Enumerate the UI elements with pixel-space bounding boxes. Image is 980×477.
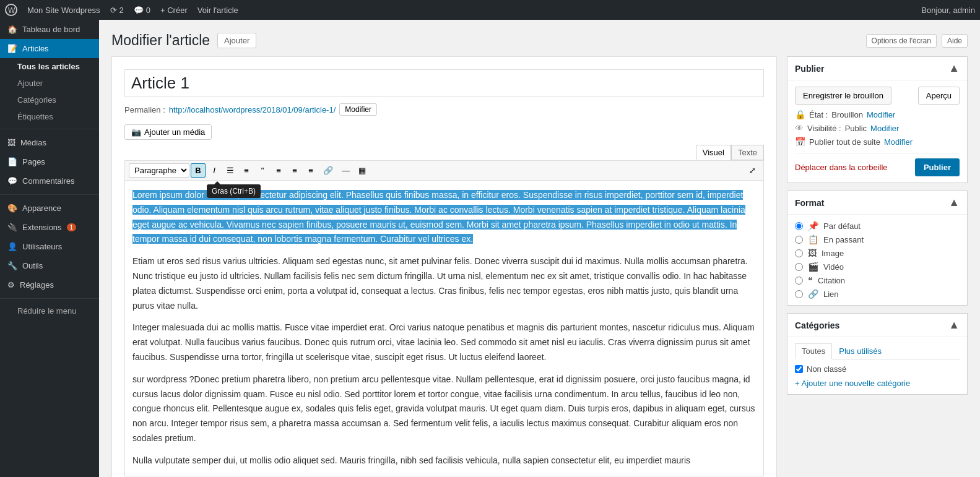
sidebar-item-extensions[interactable]: 🔌 Extensions 1 — [0, 218, 99, 237]
sidebar-item-commentaires[interactable]: 💬 Commentaires — [0, 171, 99, 191]
article-title-input[interactable] — [124, 69, 764, 97]
blockquote-button[interactable]: " — [255, 163, 270, 178]
selected-text: Lorem ipsum dolor sit amet, consectetur … — [132, 190, 745, 244]
outils-icon: 🔧 — [7, 261, 17, 270]
link-button[interactable]: 🔗 — [319, 163, 337, 178]
format-radio-image[interactable] — [795, 249, 803, 257]
format-radio-passant[interactable] — [795, 236, 803, 244]
align-center-button[interactable]: ≡ — [287, 163, 302, 178]
category-non-classe: Non classé — [795, 364, 960, 374]
visibilite-label: Visibilité : — [807, 124, 841, 133]
apparence-icon: 🎨 — [7, 204, 17, 213]
format-collapse[interactable]: ▲ — [948, 196, 960, 209]
bold-button[interactable]: B — [191, 163, 206, 178]
categories-title: Catégories — [795, 320, 839, 330]
page-title: Modifier l'article — [111, 32, 210, 49]
publier-metabox: Publier ▲ Enregistrer le brouillon Aperç… — [787, 56, 968, 183]
screen-options-button[interactable]: Options de l'écran — [866, 34, 937, 48]
paragraph-3: Integer malesuada dui ac mollis mattis. … — [132, 320, 756, 364]
permalink-link[interactable]: http://localhost/wordpress/2018/01/09/ar… — [169, 105, 336, 114]
adminbar-logo[interactable]: W — [5, 4, 17, 16]
align-right-button[interactable]: ≡ — [303, 163, 318, 178]
fullscreen-button[interactable]: ⤢ — [745, 163, 760, 178]
unordered-list-button[interactable]: ☰ — [223, 163, 238, 178]
sidebar-sub-etiquettes[interactable]: Étiquettes — [0, 108, 99, 125]
publier-collapse[interactable]: ▲ — [948, 62, 960, 75]
permalink-label: Permalien : — [124, 105, 165, 114]
sidebar-item-medias[interactable]: 🖼 Médias — [0, 133, 99, 152]
aide-button[interactable]: Aide — [942, 34, 968, 48]
format-icon-citation: ❝ — [808, 275, 813, 285]
tab-visuel[interactable]: Visuel — [696, 145, 731, 160]
editor-toolbar: Paragraphe B I ☰ ≡ " ≡ ≡ ≡ 🔗 — ▦ ⤢ — [124, 160, 764, 181]
sidebar-item-outils[interactable]: 🔧 Outils — [0, 256, 99, 275]
sidebar-item-dashboard[interactable]: 🏠 Tableau de bord — [0, 20, 99, 39]
utilisateurs-icon: 👤 — [7, 242, 17, 251]
more-button[interactable]: — — [338, 163, 353, 178]
format-icon-video: 🎬 — [808, 262, 818, 272]
sidebar-reduire[interactable]: Réduire le menu — [0, 303, 99, 319]
etat-value: Brouillon — [831, 110, 863, 119]
publier-button[interactable]: Publier — [915, 158, 960, 176]
categories-collapse[interactable]: ▲ — [948, 319, 960, 332]
categories-metabox: Catégories ▲ Toutes Plus utilisés Non cl… — [787, 313, 968, 395]
format-title: Format — [795, 198, 824, 208]
reglages-icon: ⚙ — [7, 280, 15, 290]
sidebar-sub-tous-articles[interactable]: Tous les articles — [0, 58, 99, 75]
tab-texte[interactable]: Texte — [731, 145, 764, 160]
format-radio-citation[interactable] — [795, 277, 803, 285]
extensions-icon: 🔌 — [7, 223, 17, 232]
sidebar-item-utilisateurs[interactable]: 👤 Utilisateurs — [0, 237, 99, 256]
permalink-modifier-button[interactable]: Modifier — [339, 103, 377, 116]
adminbar-greeting: Bonjour, admin — [921, 6, 975, 15]
adminbar-site-name[interactable]: Mon Site Wordpress — [27, 6, 100, 15]
format-radio-video[interactable] — [795, 263, 803, 271]
format-radio-defaut[interactable] — [795, 222, 803, 230]
svg-text:W: W — [8, 6, 15, 15]
adminbar-view-article[interactable]: Voir l'article — [197, 6, 238, 15]
italic-button[interactable]: I — [207, 163, 222, 178]
ordered-list-button[interactable]: ≡ — [239, 163, 254, 178]
sidebar-item-pages[interactable]: 📄 Pages — [0, 152, 99, 171]
apercu-button[interactable]: Aperçu — [918, 87, 960, 105]
publier-date-modifier-link[interactable]: Modifier — [884, 137, 913, 147]
format-list: 📌 Par défaut 📋 En passant 🖼 — [795, 221, 960, 299]
corbeille-link[interactable]: Déplacer dans la corbeille — [795, 163, 888, 172]
add-category-link[interactable]: + Ajouter une nouvelle catégorie — [795, 379, 910, 388]
medias-icon: 🖼 — [7, 138, 15, 147]
add-article-button[interactable]: Ajouter — [217, 33, 256, 48]
etat-label: État : — [809, 110, 828, 119]
category-checkbox-non-classe[interactable] — [795, 365, 803, 373]
enregistrer-button[interactable]: Enregistrer le brouillon — [795, 87, 891, 105]
sidebar-sub-categories[interactable]: Catégories — [0, 92, 99, 108]
sidebar-item-articles[interactable]: 📝 Articles — [0, 39, 99, 58]
cat-tab-toutes[interactable]: Toutes — [795, 343, 832, 359]
editor-body[interactable]: Lorem ipsum dolor sit amet, consectetur … — [124, 181, 764, 476]
etat-modifier-link[interactable]: Modifier — [867, 110, 895, 119]
format-icon-image: 🖼 — [808, 248, 817, 258]
visibilite-value: Public — [845, 124, 867, 133]
paragraph-5: Nulla vulputate semper dui, ut mollis od… — [132, 453, 756, 468]
format-item-image: 🖼 Image — [795, 248, 960, 258]
sidebar-item-apparence[interactable]: 🎨 Apparence — [0, 199, 99, 218]
paragraph-2: Etiam ut eros sed risus varius ultricies… — [132, 254, 756, 313]
add-media-button[interactable]: 📷 Ajouter un média — [124, 124, 212, 140]
format-metabox: Format ▲ 📌 Par défaut 📋 — [787, 191, 968, 306]
sidebar-item-reglages[interactable]: ⚙ Réglages — [0, 275, 99, 294]
date-icon: 📅 — [795, 137, 805, 147]
pages-icon: 📄 — [7, 157, 17, 166]
visibilite-modifier-link[interactable]: Modifier — [870, 124, 899, 133]
table-button[interactable]: ▦ — [355, 163, 370, 178]
dashboard-icon: 🏠 — [7, 25, 17, 34]
cat-tab-plus-utilises[interactable]: Plus utilisés — [832, 343, 888, 359]
adminbar-updates[interactable]: ⟳ 2 — [110, 6, 124, 15]
sidebar-sub-ajouter[interactable]: Ajouter — [0, 75, 99, 92]
paragraph-select[interactable]: Paragraphe — [129, 163, 189, 178]
adminbar-comments[interactable]: 💬 0 — [134, 6, 150, 15]
etat-icon: 🔒 — [795, 110, 805, 119]
visibilite-icon: 👁 — [795, 123, 804, 133]
align-left-button[interactable]: ≡ — [271, 163, 286, 178]
adminbar-create[interactable]: + Créer — [160, 6, 188, 15]
paragraph-4: sur wordpress ?Donec pretium pharetra li… — [132, 372, 756, 446]
format-radio-lien[interactable] — [795, 290, 803, 298]
